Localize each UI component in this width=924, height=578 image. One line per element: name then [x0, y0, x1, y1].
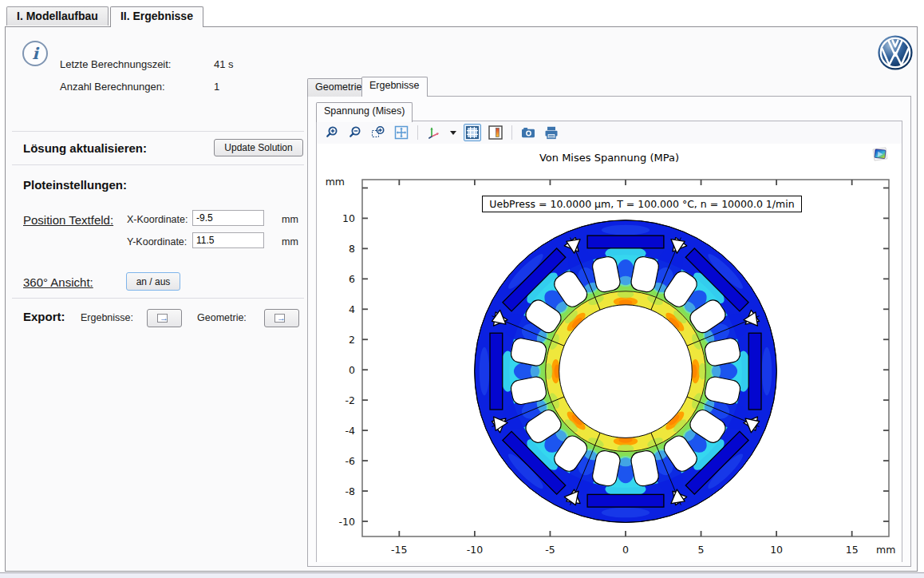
last-calc-time-value: 41 s [214, 58, 234, 70]
svg-text:-4: -4 [346, 425, 356, 437]
y-unit-label: mm [282, 236, 298, 247]
svg-text:15: 15 [846, 544, 859, 556]
x-unit-label: mm [282, 214, 298, 225]
y-coordinate-input[interactable] [192, 232, 264, 248]
zoom-out-icon[interactable] [346, 124, 364, 141]
tab-ergebnisse[interactable]: II. Ergebnisse [110, 6, 203, 27]
separator [12, 131, 304, 132]
tab-modellaufbau[interactable]: I. Modellaufbau [6, 6, 109, 26]
grid-icon[interactable] [464, 124, 481, 141]
zoom-in-icon[interactable] [323, 124, 341, 141]
svg-text:-2: -2 [346, 394, 355, 406]
dropdown-caret-icon[interactable] [448, 124, 458, 141]
svg-text:8: 8 [349, 243, 355, 255]
svg-text:10: 10 [770, 544, 783, 556]
calc-count-label: Anzahl Berechnungen: [60, 81, 165, 93]
window-bottom-edge [0, 572, 924, 578]
svg-text:0: 0 [349, 364, 355, 376]
svg-text:-8: -8 [346, 485, 356, 497]
export-geometry-label: Geometrie: [197, 312, 247, 323]
color-legend-icon[interactable] [487, 124, 504, 141]
svg-text:-15: -15 [391, 544, 407, 556]
info-icon: i [22, 41, 48, 66]
svg-text:mm: mm [326, 176, 345, 188]
toolbar-separator [511, 125, 512, 140]
separator [12, 164, 304, 165]
svg-text:6: 6 [349, 273, 355, 285]
export-results-button[interactable]: → [147, 309, 182, 327]
plot-canvas[interactable]: Von Mises Spannung (MPa) -15-10-5051015-… [317, 144, 902, 562]
x-coordinate-input[interactable] [192, 210, 264, 226]
tab-spannung-mises[interactable]: Spannung (Mises) [316, 102, 413, 122]
update-solution-heading: Lösung aktualisieren: [23, 141, 147, 155]
export-results-label: Ergebnisse: [81, 312, 133, 323]
last-calc-time-label: Letzte Berechnungszeit: [60, 58, 171, 70]
svg-text:-10: -10 [467, 544, 483, 556]
svg-text:0: 0 [622, 544, 629, 556]
svg-text:-6: -6 [346, 455, 356, 467]
vw-logo [877, 34, 914, 71]
toolbar-separator [417, 125, 418, 140]
main-content: i Letzte Berechnungszeit: 41 s Anzahl Be… [5, 26, 918, 572]
window-tab-bar: I. Modellaufbau II. Ergebnisse [6, 6, 205, 27]
plot-group-icon[interactable] [871, 145, 889, 163]
export-icon: → [157, 314, 172, 323]
svg-text:-5: -5 [545, 544, 555, 556]
position-textfield-link[interactable]: Position Textfeld: [23, 213, 113, 227]
plot-settings-heading: Ploteinstellungen: [23, 178, 127, 192]
svg-text:2: 2 [349, 334, 355, 346]
export-geometry-button[interactable]: → [264, 309, 299, 327]
svg-text:-10: -10 [339, 516, 355, 528]
tab-geometrie[interactable]: Geometrie [307, 78, 369, 97]
update-solution-button[interactable]: Update Solution [214, 139, 303, 156]
x-coordinate-label: X-Koordinate: [127, 214, 188, 225]
axis-orientation-icon[interactable] [425, 124, 443, 141]
svg-text:10: 10 [342, 212, 355, 224]
tab-graphics-ergebnisse[interactable]: Ergebnisse [361, 77, 428, 97]
print-icon[interactable] [543, 124, 560, 141]
view-360-link[interactable]: 360° Ansicht: [23, 275, 93, 289]
calc-count-value: 1 [214, 81, 219, 93]
zoom-box-icon[interactable] [369, 124, 387, 141]
plot-title: Von Mises Spannung (MPa) [317, 152, 902, 164]
y-coordinate-label: Y-Koordinate: [127, 236, 187, 247]
export-icon: → [274, 314, 289, 323]
camera-icon[interactable] [519, 124, 537, 141]
plot-panel: Von Mises Spannung (MPa) -15-10-5051015-… [316, 121, 902, 562]
graphics-panel: Spannung (Mises) [307, 96, 911, 567]
svg-text:4: 4 [349, 303, 355, 315]
svg-text:5: 5 [698, 544, 705, 556]
zoom-extents-icon[interactable] [393, 124, 410, 141]
separator [12, 298, 304, 299]
graphics-toolbar [317, 121, 902, 144]
export-heading: Export: [23, 310, 65, 323]
svg-text:mm: mm [876, 544, 895, 556]
view-360-toggle-button[interactable]: an / aus [126, 272, 180, 291]
plot-annotation: UebPress = 10.0000 μm, T = 100.000 °C, n… [482, 196, 801, 212]
